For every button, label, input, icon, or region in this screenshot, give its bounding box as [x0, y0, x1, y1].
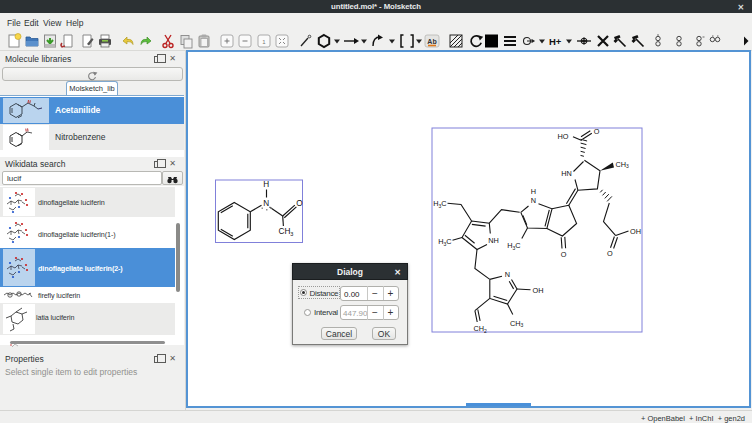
svg-text:O: O [296, 199, 302, 208]
svg-text:H+: H+ [549, 36, 562, 47]
svg-text:CH3: CH3 [616, 160, 630, 170]
svg-text:H3C: H3C [438, 237, 451, 247]
svg-text:O: O [594, 127, 600, 136]
svg-text:OH: OH [630, 227, 641, 236]
svg-text:O: O [561, 250, 567, 259]
svg-text:H: H [263, 180, 269, 189]
svg-text:HO: HO [558, 132, 569, 141]
svg-text:H3C: H3C [507, 241, 520, 251]
svg-text:N: N [531, 196, 536, 205]
svg-text:CH3: CH3 [510, 319, 524, 329]
svg-text:Ab: Ab [427, 38, 436, 45]
svg-text:OH: OH [533, 286, 544, 295]
svg-text:NH: NH [488, 236, 499, 245]
svg-text:CH3: CH3 [279, 227, 294, 237]
svg-text:N: N [263, 199, 269, 208]
svg-text:CH2: CH2 [474, 324, 488, 333]
svg-text:N: N [505, 270, 510, 279]
svg-text:H3C: H3C [433, 199, 446, 209]
svg-text:O: O [607, 249, 613, 258]
svg-text:HN: HN [561, 169, 572, 178]
